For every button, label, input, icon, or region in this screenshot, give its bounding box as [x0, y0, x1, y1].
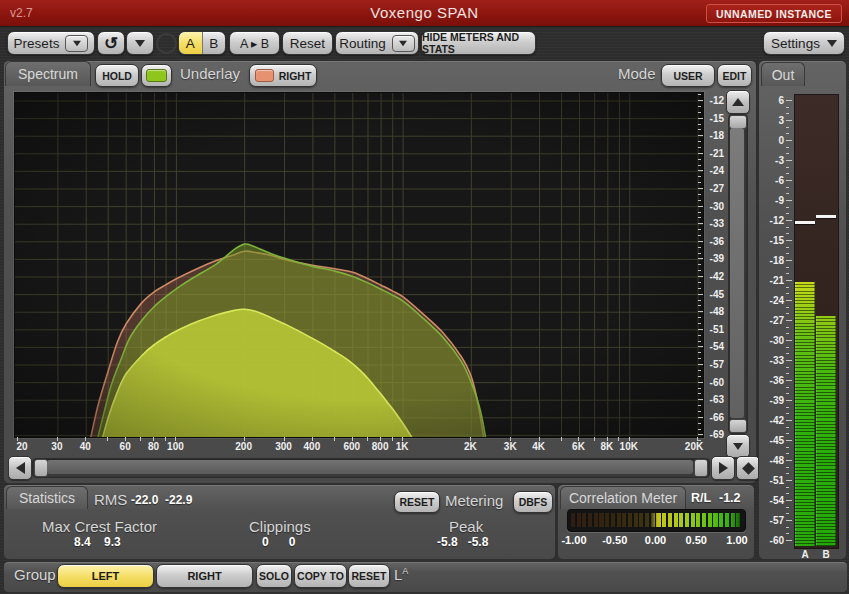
h-scroll-handle-left[interactable]	[34, 459, 48, 477]
h-scroll-handle-right[interactable]	[694, 459, 708, 477]
db-tick-label: -12	[700, 95, 724, 106]
group-left-button[interactable]: LEFT	[57, 564, 154, 588]
h-scroll-thumb[interactable]	[47, 460, 693, 474]
meter-tick	[786, 300, 792, 301]
a-to-b-button[interactable]: A ▸ B	[229, 31, 280, 55]
freq-tick	[561, 437, 562, 441]
a-button[interactable]: A	[179, 32, 203, 54]
group-reset-button[interactable]: RESET	[348, 564, 390, 588]
meter-tick	[786, 160, 792, 161]
db-tick	[698, 282, 701, 283]
db-tick	[698, 176, 701, 177]
meter-tick	[786, 247, 789, 248]
meter-tick-label: -12	[758, 215, 784, 226]
meter-tick-label: -3	[758, 155, 784, 166]
scroll-left-button[interactable]	[8, 456, 32, 480]
meter-tick	[786, 520, 792, 521]
meter-tick	[786, 153, 789, 154]
meter-tick	[786, 500, 792, 501]
title-bar: v2.7 Voxengo SPAN UNNAMED INSTANCE	[0, 0, 849, 27]
tab-correlation-meter[interactable]: Correlation Meter	[560, 486, 686, 509]
tab-statistics[interactable]: Statistics	[6, 486, 88, 509]
presets-dropdown-icon[interactable]	[65, 35, 88, 52]
meter-tick	[786, 227, 789, 228]
meter-tick-label: -18	[758, 255, 784, 266]
meter-tick	[786, 460, 792, 461]
meter-tick	[786, 107, 789, 108]
scroll-up-button[interactable]	[726, 90, 750, 114]
db-tick	[698, 317, 701, 318]
settings-dropdown-icon	[827, 40, 837, 47]
db-tick-label: -51	[700, 324, 724, 335]
freq-tick-label: 200	[235, 441, 252, 452]
tab-out[interactable]: Out	[761, 62, 805, 86]
db-tick	[698, 405, 701, 406]
mode-user-button[interactable]: USER	[661, 64, 715, 87]
freq-tick	[367, 437, 368, 441]
correlation-scale-label: -1.00	[552, 534, 596, 546]
stats-reset-button[interactable]: RESET	[394, 491, 440, 513]
meter-tick-label: -21	[758, 275, 784, 286]
scroll-right-button[interactable]	[711, 456, 735, 480]
hide-meters-button[interactable]: HIDE METERS AND STATS	[421, 31, 536, 55]
meter-tick-label: -42	[758, 415, 784, 426]
db-tick-label: -24	[700, 165, 724, 176]
settings-label: Settings	[771, 36, 820, 51]
correlation-meter-bar	[567, 509, 746, 532]
copy-to-button[interactable]: COPY TO	[294, 564, 347, 588]
metering-mode-button[interactable]: DBFS	[513, 491, 553, 513]
hold-button[interactable]: HOLD	[95, 64, 139, 87]
meter-tick	[786, 133, 789, 134]
meter-tick	[786, 293, 789, 294]
instance-name-button[interactable]: UNNAMED INSTANCE	[706, 4, 842, 23]
rl-value: -1.2	[719, 491, 741, 505]
spectrum-color-button[interactable]	[141, 64, 172, 87]
mode-edit-button[interactable]: EDIT	[717, 64, 752, 87]
routing-indicator: LA	[394, 566, 408, 583]
presets-button[interactable]: Presets	[7, 31, 95, 55]
freq-tick	[140, 437, 141, 441]
meter-tick-label: -48	[758, 455, 784, 466]
spectrum-plot[interactable]	[14, 92, 704, 438]
meter-tick	[786, 360, 792, 361]
undo-button[interactable]: ↺	[97, 31, 125, 55]
meter-tick-label: -27	[758, 315, 784, 326]
db-tick	[698, 247, 701, 248]
meter-tick	[786, 187, 789, 188]
meter-tick	[786, 167, 789, 168]
reset-button[interactable]: Reset	[282, 31, 333, 55]
db-tick	[698, 124, 701, 125]
db-tick-label: -45	[700, 289, 724, 300]
solo-button[interactable]: SOLO	[256, 564, 292, 588]
v-scroll-handle-bottom[interactable]	[729, 419, 747, 433]
v-scroll-handle-top[interactable]	[729, 115, 747, 129]
v-scroll-thumb[interactable]	[730, 128, 744, 418]
settings-button[interactable]: Settings	[763, 31, 845, 55]
meter-tick	[786, 393, 789, 394]
b-button[interactable]: B	[203, 36, 226, 51]
routing-button[interactable]: Routing	[335, 31, 419, 55]
meter-tick-label: -15	[758, 235, 784, 246]
meter-tick	[786, 540, 792, 541]
db-tick	[698, 335, 701, 336]
db-tick-label: -63	[700, 394, 724, 405]
meter-tick	[786, 320, 792, 321]
meter-tick	[786, 253, 789, 254]
meter-tick	[786, 487, 789, 488]
underlay-channel-button[interactable]: RIGHT	[249, 64, 317, 87]
tab-spectrum[interactable]: Spectrum	[5, 61, 91, 86]
freq-tick-label: 20	[16, 441, 27, 452]
db-tick	[698, 159, 701, 160]
meter-tick	[786, 433, 789, 434]
undo-icon: ↺	[104, 33, 118, 54]
group-right-button[interactable]: RIGHT	[156, 564, 253, 588]
meter-tick	[786, 147, 789, 148]
meter-tick	[786, 507, 789, 508]
scroll-down-button[interactable]	[726, 434, 750, 458]
level-bar-A	[795, 282, 815, 546]
zoom-fit-button[interactable]	[736, 456, 760, 480]
meter-tick	[786, 380, 792, 381]
history-dropdown-button[interactable]	[126, 31, 154, 55]
routing-dropdown-icon[interactable]	[392, 35, 415, 52]
peak-marker-B	[816, 215, 836, 218]
